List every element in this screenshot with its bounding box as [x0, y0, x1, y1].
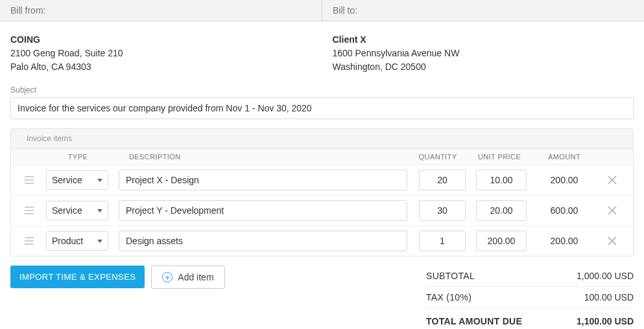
unit-price-input[interactable]: [476, 231, 527, 251]
add-item-button[interactable]: + Add item: [151, 266, 224, 289]
unit-price-input[interactable]: [476, 170, 527, 190]
invoice-items-title: Invoice items: [11, 129, 633, 149]
bill-from-name: COING: [10, 33, 312, 47]
item-row: Service 600.00: [11, 196, 633, 226]
description-input[interactable]: [119, 200, 407, 221]
type-value: Service: [52, 205, 82, 216]
chevron-down-icon: [97, 209, 102, 212]
invoice-items-box: Invoice items TYPE DESCRIPTION QUANTITY …: [10, 128, 634, 256]
add-item-label: Add item: [178, 272, 213, 282]
amount-value: 600.00: [532, 205, 597, 216]
items-header-row: TYPE DESCRIPTION QUANTITY UNIT PRICE AMO…: [11, 149, 633, 165]
col-type-header: TYPE: [42, 153, 113, 161]
item-row: Product 200.00: [11, 226, 633, 256]
amount-value: 200.00: [532, 236, 597, 246]
description-input[interactable]: [119, 170, 407, 190]
chevron-down-icon: [97, 240, 102, 243]
drag-handle-icon[interactable]: [16, 237, 42, 245]
bill-to-line1: 1600 Pennsylvania Avenue NW: [333, 47, 634, 60]
quantity-input[interactable]: [419, 170, 466, 190]
description-input[interactable]: [119, 231, 407, 251]
bill-to-header: Bill to:: [322, 0, 644, 21]
item-row: Service 200.00: [11, 165, 633, 196]
unit-price-input[interactable]: [476, 200, 527, 221]
type-value: Product: [52, 236, 83, 246]
col-desc-header: DESCRIPTION: [113, 153, 409, 161]
bill-to-address: Client X 1600 Pennsylvania Avenue NW Was…: [322, 33, 645, 74]
bill-from-line2: Palo Alto, CA 94303: [10, 60, 312, 74]
tax-value: 100.00 USD: [584, 292, 634, 302]
plus-circle-icon: +: [162, 272, 173, 282]
type-select[interactable]: Service: [46, 201, 108, 220]
tax-label: TAX (10%): [426, 292, 471, 302]
subtotal-value: 1,000.00 USD: [577, 271, 634, 281]
total-due-label: TOTAL AMOUNT DUE: [426, 316, 522, 326]
close-icon: [608, 236, 617, 245]
drag-handle-icon[interactable]: [16, 176, 42, 184]
col-price-header: UNIT PRICE: [467, 153, 532, 161]
delete-row-button[interactable]: [597, 206, 628, 215]
subtotal-label: SUBTOTAL: [426, 271, 475, 281]
total-due-value: 1,100.00 USD: [577, 316, 634, 326]
subject-label: Subject: [0, 85, 644, 95]
type-select[interactable]: Service: [46, 170, 108, 190]
col-amount-header: AMOUNT: [532, 153, 597, 161]
col-qty-header: QUANTITY: [409, 153, 467, 161]
type-value: Service: [52, 175, 82, 185]
bill-from-header: Bill from:: [0, 0, 322, 21]
bill-to-line2: Washington, DC 20500: [333, 60, 634, 74]
bill-to-name: Client X: [333, 33, 634, 47]
close-icon: [608, 206, 617, 215]
type-select[interactable]: Product: [46, 231, 108, 251]
chevron-down-icon: [97, 179, 102, 182]
amount-value: 200.00: [532, 175, 597, 185]
drag-handle-icon[interactable]: [16, 207, 42, 214]
bill-from-line1: 2100 Geng Road, Suite 210: [10, 47, 312, 60]
import-time-expenses-button[interactable]: IMPORT TIME & EXPENSES: [10, 266, 145, 288]
quantity-input[interactable]: [419, 200, 466, 221]
close-icon: [608, 176, 617, 185]
delete-row-button[interactable]: [597, 236, 628, 245]
totals-block: SUBTOTAL 1,000.00 USD TAX (10%) 100.00 U…: [426, 266, 634, 329]
subject-input[interactable]: [10, 97, 634, 119]
bill-from-address: COING 2100 Geng Road, Suite 210 Palo Alt…: [0, 33, 322, 74]
quantity-input[interactable]: [419, 231, 466, 251]
delete-row-button[interactable]: [597, 176, 628, 185]
